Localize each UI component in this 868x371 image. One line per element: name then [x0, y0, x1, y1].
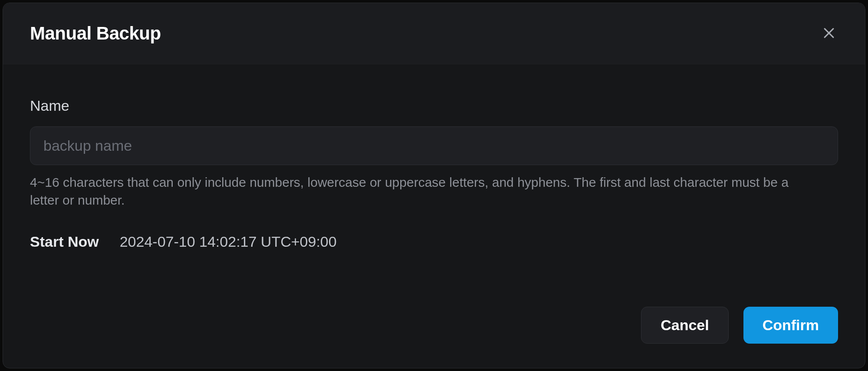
close-button[interactable] — [820, 24, 838, 43]
name-label: Name — [30, 97, 838, 114]
dialog-title: Manual Backup — [30, 23, 161, 44]
name-input[interactable] — [30, 126, 838, 165]
start-now-label: Start Now — [30, 233, 99, 250]
name-helper-text: 4~16 characters that can only include nu… — [30, 174, 802, 209]
manual-backup-dialog: Manual Backup Name 4~16 characters that … — [3, 3, 865, 368]
dialog-header: Manual Backup — [3, 3, 865, 64]
dialog-body: Name 4~16 characters that can only inclu… — [3, 64, 865, 307]
dialog-footer: Cancel Confirm — [3, 307, 865, 368]
close-icon — [822, 26, 836, 42]
confirm-button[interactable]: Confirm — [743, 307, 838, 344]
start-now-row: Start Now 2024-07-10 14:02:17 UTC+09:00 — [30, 233, 838, 250]
start-now-value: 2024-07-10 14:02:17 UTC+09:00 — [120, 233, 337, 250]
cancel-button[interactable]: Cancel — [641, 307, 729, 344]
